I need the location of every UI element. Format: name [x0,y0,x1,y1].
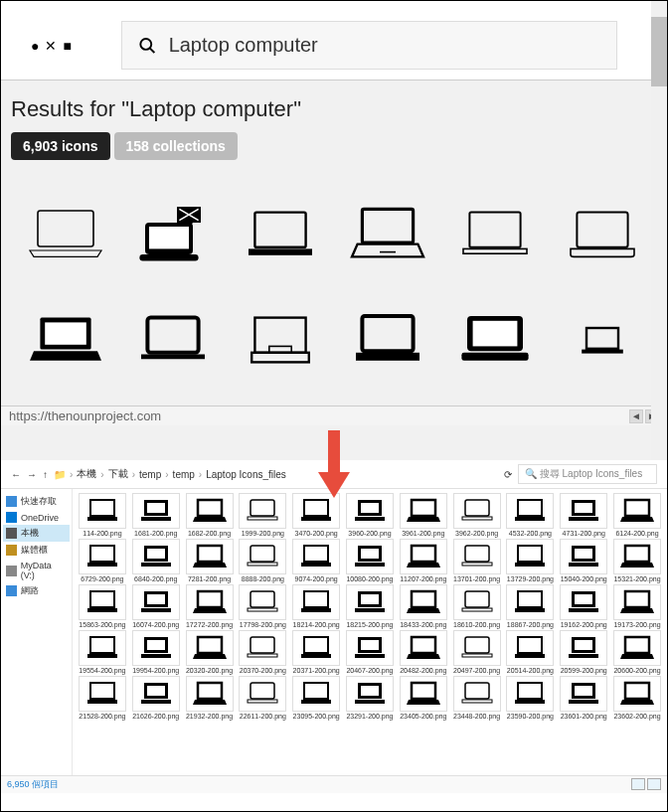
nav-forward-icon[interactable]: → [27,469,37,480]
site-logo[interactable]: ●✕■ [21,38,72,54]
scrollbar[interactable] [651,1,667,460]
file-item[interactable]: 20467-200.png [344,630,396,674]
file-item[interactable]: 1681-200.png [130,493,182,537]
file-item[interactable]: 6124-200.png [611,493,663,537]
file-item[interactable]: 6840-200.png [130,539,182,582]
file-item[interactable]: 20514-200.png [505,630,557,674]
svg-rect-39 [355,517,385,521]
icon-result-item[interactable] [122,185,224,284]
file-item[interactable]: 18610-200.png [451,584,503,628]
svg-rect-6 [254,213,305,247]
file-item[interactable]: 19954-200.png [130,630,182,674]
nav-up-icon[interactable]: ↑ [43,469,48,480]
file-item[interactable]: 20497-200.png [451,630,503,674]
svg-rect-124 [301,700,331,704]
svg-rect-115 [90,683,114,699]
nav-back-icon[interactable]: ← [11,469,21,480]
file-item[interactable]: 8888-200.png [237,539,288,582]
file-item[interactable]: 21528-200.png [77,676,128,720]
icon-result-item[interactable] [122,290,224,390]
sidebar-item[interactable]: MyData (V:) [3,559,70,582]
icon-result-item[interactable] [15,290,116,390]
file-item[interactable]: 21932-200.png [184,676,236,720]
file-item[interactable]: 23448-200.png [451,676,503,720]
file-item[interactable]: 16074-200.png [130,584,182,628]
file-item[interactable]: 19554-200.png [77,630,128,674]
sidebar-item[interactable]: 快速存取 [3,493,70,510]
svg-rect-135 [569,700,598,704]
sidebar-item[interactable]: 媒體櫃 [3,542,70,559]
file-item[interactable]: 18215-200.png [344,584,396,628]
file-item[interactable]: 18214-200.png [290,584,342,628]
file-item[interactable]: 15321-200.png [611,539,663,582]
file-item[interactable]: 11207-200.png [398,539,449,582]
file-item[interactable]: 13729-200.png [505,539,557,582]
icon-result-item[interactable] [15,185,116,284]
tab-collections[interactable]: 158 collections [114,132,238,160]
file-item[interactable]: 17272-200.png [184,584,236,628]
file-item[interactable]: 7281-200.png [184,539,236,582]
svg-rect-93 [90,637,114,653]
icon-result-item[interactable] [444,185,546,284]
file-item[interactable]: 6729-200.png [77,539,128,582]
icon-result-item[interactable] [337,290,438,390]
icon-result-item[interactable] [337,185,438,284]
sidebar-item[interactable]: 本機 [3,525,70,542]
icon-result-item[interactable] [230,185,331,284]
svg-rect-16 [254,318,305,353]
svg-rect-7 [249,248,312,254]
svg-rect-136 [625,683,649,699]
file-item[interactable]: 23405-200.png [398,676,449,720]
file-item[interactable]: 23602-200.png [611,676,663,720]
file-item[interactable]: 1999-200.png [237,493,288,537]
file-item[interactable]: 20320-200.png [184,630,236,674]
search-input[interactable] [169,34,600,57]
icon-result-item[interactable] [444,290,546,390]
file-item[interactable]: 15040-200.png [558,539,609,582]
file-item[interactable]: 3962-200.png [451,493,503,537]
file-item[interactable]: 9074-200.png [290,539,342,582]
svg-rect-25 [582,350,623,354]
file-item[interactable]: 1682-200.png [184,493,236,537]
svg-rect-46 [575,503,592,513]
file-item[interactable]: 17798-200.png [237,584,288,628]
file-item[interactable]: 20482-200.png [398,630,449,674]
file-item[interactable]: 20370-200.png [237,630,288,674]
svg-rect-26 [328,430,340,475]
file-item[interactable]: 19162-200.png [558,584,609,628]
file-item[interactable]: 23291-200.png [344,676,396,720]
file-item[interactable]: 20599-200.png [558,630,609,674]
breadcrumb[interactable]: 📁› 本機› 下載› temp› temp› Laptop Icons_file… [54,467,498,481]
sidebar-item[interactable]: OneDrive [3,510,70,525]
icon-result-item[interactable] [552,290,653,390]
file-item[interactable]: 23601-200.png [558,676,609,720]
refresh-icon[interactable]: ⟳ [504,469,512,480]
file-item[interactable]: 18433-200.png [398,584,449,628]
file-item[interactable]: 23095-200.png [290,676,342,720]
file-item[interactable]: 19173-200.png [611,584,663,628]
file-item[interactable]: 13701-200.png [451,539,503,582]
file-item[interactable]: 4532-200.png [505,493,557,537]
file-item[interactable]: 15863-200.png [77,584,128,628]
icon-result-item[interactable] [552,185,653,284]
file-item[interactable]: 20600-200.png [611,630,663,674]
sidebar-item[interactable]: 網路 [3,582,70,599]
file-item[interactable]: 23590-200.png [505,676,557,720]
tab-icons[interactable]: 6,903 icons [11,132,110,160]
file-item[interactable]: 10080-200.png [344,539,396,582]
svg-rect-112 [575,640,592,650]
explorer-search-input[interactable]: 🔍 搜尋 Laptop Icons_files [518,464,657,484]
file-item[interactable]: 18867-200.png [505,584,557,628]
icon-result-item[interactable] [230,290,331,390]
svg-rect-53 [141,563,171,567]
file-item[interactable]: 21626-200.png [130,676,182,720]
file-item[interactable]: 20371-200.png [290,630,342,674]
file-item[interactable]: 3961-200.png [398,493,449,537]
file-item[interactable]: 22611-200.png [237,676,288,720]
svg-rect-97 [141,654,171,658]
svg-rect-131 [518,683,542,699]
svg-rect-132 [515,700,545,704]
file-item[interactable]: 114-200.png [77,493,128,537]
view-toggle[interactable] [631,778,661,791]
file-item[interactable]: 4731-200.png [558,493,609,537]
